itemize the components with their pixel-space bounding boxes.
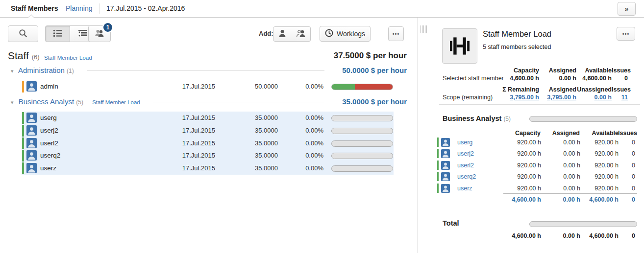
staff-list-panel: 1 Add: Worklogs ••• Staff (6) Staff Memb…: [0, 18, 418, 253]
user-avatar-icon: [26, 163, 37, 173]
start-date: 17.Jul.2015: [182, 112, 215, 124]
staff-row[interactable]: userl2 17.Jul.2015 35.0000 0.00%: [0, 137, 418, 150]
chevron-right-double-icon: »: [625, 5, 629, 13]
staff-rule: [103, 57, 308, 57]
user-name-link[interactable]: userz: [457, 183, 472, 194]
hourly-rate: 35.0000: [255, 112, 278, 124]
unassigned-link[interactable]: 0.00 h: [594, 93, 612, 101]
user-avatar-icon: [441, 149, 450, 158]
load-percent: 0.00%: [305, 137, 323, 150]
panel-title: Staff Member Load: [483, 29, 551, 39]
assigned-value: 0.00 h: [559, 74, 576, 82]
start-date: 17.Jul.2015: [182, 137, 215, 150]
available-value: 4,600.00 h: [582, 74, 612, 82]
start-date: 17.Jul.2015: [182, 162, 215, 175]
group-rate: 35.0000 $ per hour: [342, 97, 407, 107]
people-pair-icon: [296, 29, 306, 39]
user-name[interactable]: userj2: [40, 124, 58, 137]
panel-user-row[interactable]: userl2 920.00 h 0.00 h 920.00 h 0: [436, 160, 644, 171]
more-actions-button[interactable]: •••: [388, 26, 404, 41]
assigned-link[interactable]: 3,795.00 h: [547, 93, 576, 101]
remaining-link[interactable]: 3,795.00 h: [510, 93, 539, 101]
group-name[interactable]: Administration: [18, 66, 65, 74]
totals-rule: [503, 193, 637, 194]
start-date: 17.Jul.2015: [182, 80, 215, 93]
row-color-bar: [437, 172, 439, 181]
group-count: (5): [76, 99, 83, 106]
staff-member-load-link[interactable]: Staff Member Load: [44, 55, 92, 61]
issues-value: 0: [632, 183, 635, 194]
user-name[interactable]: userl2: [40, 137, 58, 150]
group-table-header: Capacity Assigned Available Issues: [436, 129, 644, 137]
load-percent: 0.00%: [305, 162, 323, 175]
group-rate: 50.0000 $ per hour: [342, 66, 407, 75]
panel-user-row[interactable]: userj2 920.00 h 0.00 h 920.00 h 0: [436, 148, 644, 160]
load-progress-bar: [331, 140, 393, 147]
staff-count: (6): [32, 53, 40, 61]
staff-row[interactable]: userz 17.Jul.2015 35.0000 0.00%: [0, 162, 418, 175]
group-name[interactable]: Business Analyst: [19, 97, 74, 106]
hourly-rate: 35.0000: [255, 124, 278, 137]
date-range[interactable]: 17.Jul.2015 - 02.Apr.2016: [106, 0, 185, 17]
person-icon: [278, 29, 286, 39]
scope-label: Scope (remaining): [443, 93, 493, 101]
team-filter-badge: 1: [102, 22, 113, 33]
row-color-bar: [437, 138, 439, 147]
row-color-bar: [437, 184, 439, 193]
tab-planning[interactable]: Planning: [66, 0, 93, 17]
issues-value: 0: [632, 148, 635, 160]
dumbbell-icon: [442, 28, 477, 64]
summary-header-row: Capacity Assigned Available Issues: [436, 67, 644, 74]
collapse-panel-button[interactable]: »: [618, 2, 636, 16]
user-name[interactable]: userq2: [40, 149, 60, 162]
search-button[interactable]: [8, 25, 38, 42]
panel-resize-handle[interactable]: [421, 25, 427, 33]
staff-row[interactable]: admin 17.Jul.2015 50.0000 0.00%: [0, 80, 418, 93]
panel-user-row[interactable]: userz 920.00 h 0.00 h 920.00 h 0: [436, 183, 644, 194]
group-load-link[interactable]: Staff Member Load: [92, 99, 140, 105]
user-avatar-icon: [441, 184, 450, 193]
row-color-bar: [22, 162, 24, 174]
add-people-button[interactable]: [291, 26, 311, 42]
collapse-icon[interactable]: ▾: [11, 68, 14, 74]
user-name-link[interactable]: userg: [457, 137, 472, 148]
user-name[interactable]: admin: [40, 80, 58, 93]
user-avatar-icon: [26, 150, 37, 161]
load-percent: 0.00%: [305, 124, 323, 137]
panel-user-row[interactable]: userq2 920.00 h 0.00 h 920.00 h 0: [436, 171, 644, 183]
summary-selected-row: Selected staff members 4,600.00 h 0.00 h…: [436, 74, 644, 82]
panel-more-button[interactable]: •••: [617, 27, 635, 41]
total-values-row: 4,600.00 h 0.00 h 4,600.00 h 0: [436, 232, 644, 240]
available-value: 920.00 h: [594, 148, 619, 160]
add-person-button[interactable]: [273, 26, 292, 42]
staff-row[interactable]: userg 17.Jul.2015 35.0000 0.00%: [0, 112, 418, 124]
staff-row[interactable]: userq2 17.Jul.2015 35.0000 0.00%: [0, 149, 418, 162]
grouped-list-icon: [78, 29, 88, 39]
staff-row[interactable]: userj2 17.Jul.2015 35.0000 0.00%: [0, 124, 418, 137]
view-flat-list-button[interactable]: [45, 25, 71, 42]
worklogs-button[interactable]: Worklogs: [320, 26, 371, 42]
panel-user-row[interactable]: userg 920.00 h 0.00 h 920.00 h 0: [436, 137, 644, 148]
collapse-icon[interactable]: ▾: [11, 99, 14, 105]
user-avatar-icon: [441, 161, 450, 170]
user-name-link[interactable]: userq2: [457, 171, 476, 183]
user-name[interactable]: userz: [40, 162, 56, 175]
load-percent: 0.00%: [305, 149, 323, 162]
scope-row: Scope (remaining) 3,795.00 h 3,795.00 h …: [436, 93, 644, 101]
load-progress-bar: [331, 165, 393, 172]
issues-value: 0: [624, 74, 628, 82]
tab-staff-members[interactable]: Staff Members: [11, 0, 58, 17]
user-name-link[interactable]: userj2: [457, 148, 474, 160]
capacity-value: 920.00 h: [517, 148, 541, 160]
user-name[interactable]: userg: [40, 112, 57, 124]
panel-group-count: (5): [503, 115, 511, 122]
panel-subtitle: 5 staff members selected: [483, 44, 551, 50]
user-avatar-icon: [26, 138, 37, 148]
group-header-administration: ▾ Administration (1): [11, 66, 74, 75]
assigned-value: 0.00 h: [563, 171, 580, 183]
load-progress-bar: [331, 153, 393, 159]
issues-link[interactable]: 11: [621, 93, 628, 101]
group-header-business-analyst: ▾ Business Analyst (5) Staff Member Load: [11, 97, 140, 107]
user-name-link[interactable]: userl2: [457, 160, 474, 171]
hourly-rate: 35.0000: [255, 137, 278, 150]
